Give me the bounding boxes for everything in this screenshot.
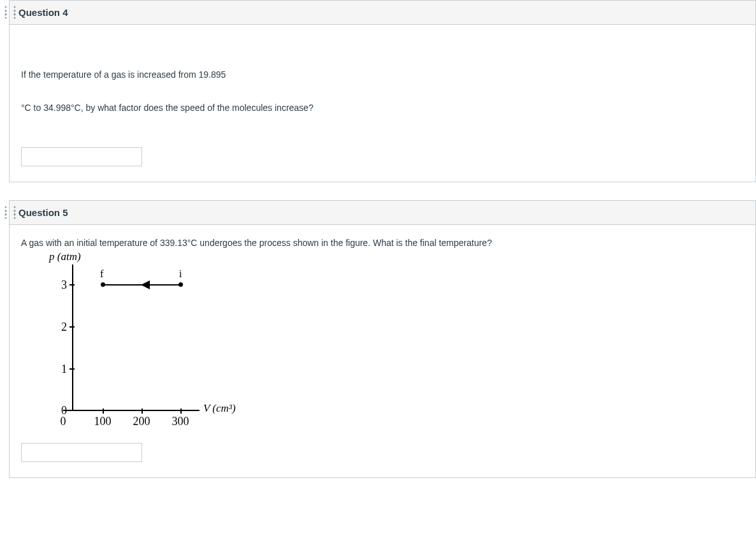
question-4-text-line2: °C to 34.998°C, by what factor does the … [21,103,744,113]
chart-ytick [69,368,75,370]
pv-chart: p (atm) 3 2 1 0 0 100 200 300 f [21,250,251,429]
drag-handle-icon[interactable]: ⋮⋮⋮⋮ [1,9,8,17]
chart-xtick-label: 0 [61,415,66,428]
chart-point-i-label: i [179,268,182,280]
question-4-header: ⋮⋮⋮⋮ Question 4 [10,1,755,25]
question-5-title: Question 5 [18,207,68,218]
chart-xtick-label: 100 [94,415,112,428]
question-4: ⋮⋮⋮⋮ Question 4 If the temperature of a … [9,0,756,182]
chart-ytick [69,284,75,286]
chart-xtick [180,409,182,414]
drag-handle-icon[interactable]: ⋮⋮⋮⋮ [1,209,8,217]
chart-ytick-label: 1 [52,363,67,376]
chart-ytick [69,326,75,328]
question-4-text-line1: If the temperature of a gas is increased… [21,69,744,80]
chart-ytick-label: 3 [52,279,67,292]
chart-y-axis-label: p (atm) [49,250,81,263]
chart-x-axis-label: V (cm³) [203,402,236,415]
chart-y-axis [72,264,73,411]
chart-point-f [101,282,105,287]
chart-xtick [142,409,143,414]
question-5-text: A gas with an initial temperature of 339… [21,238,744,248]
question-5-header: ⋮⋮⋮⋮ Question 5 [10,201,755,225]
chart-point-i [178,282,183,287]
chart-ytick-label: 2 [52,321,67,334]
chart-xtick-label: 300 [172,415,189,428]
question-4-title: Question 4 [18,7,68,18]
chart-arrow-left-icon [141,280,150,289]
chart-xtick [103,409,104,414]
chart-xtick-label: 200 [133,415,150,428]
chart-x-axis [63,410,200,411]
chart-point-f-label: f [100,268,103,280]
question-5: ⋮⋮⋮⋮ Question 5 A gas with an initial te… [9,200,756,478]
question-5-answer-input[interactable] [21,443,142,462]
question-4-answer-input[interactable] [21,147,142,166]
